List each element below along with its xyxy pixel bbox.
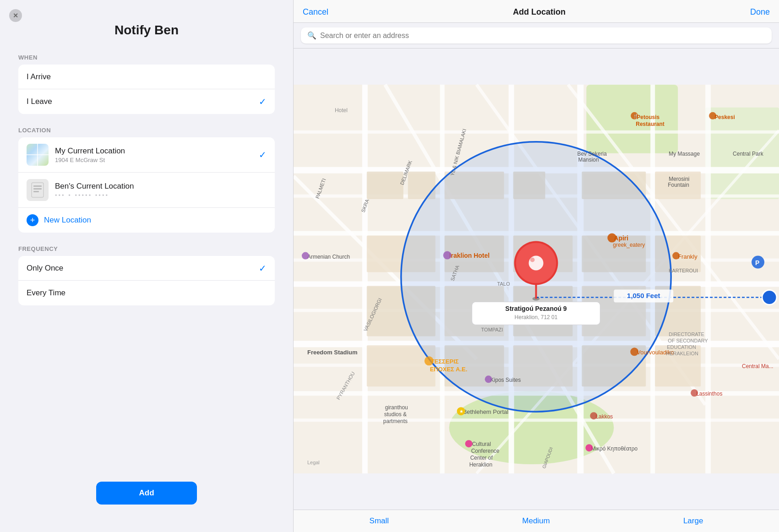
search-input[interactable]	[320, 32, 765, 40]
location-label: LOCATION	[18, 127, 51, 134]
svg-rect-2	[33, 188, 42, 190]
frequency-option-every[interactable]: Every Time	[18, 281, 275, 305]
svg-point-101	[425, 356, 434, 365]
map-header: Cancel Add Location Done	[294, 0, 779, 23]
location-thumb-ben-icon	[27, 179, 49, 201]
svg-text:★: ★	[459, 409, 463, 414]
when-arrive-text: I Arrive	[27, 72, 267, 81]
when-leave-text: I Leave	[27, 97, 259, 106]
when-option-arrive[interactable]: I Arrive	[18, 65, 275, 89]
svg-rect-1	[33, 185, 42, 187]
svg-point-105	[485, 375, 492, 383]
svg-point-128	[585, 444, 593, 451]
svg-text:Μικρό Κηποθέατρο: Μικρό Κηποθέατρο	[591, 445, 637, 452]
svg-text:studios &: studios &	[384, 411, 407, 418]
svg-text:EDUCATION: EDUCATION	[667, 344, 696, 350]
svg-text:TOMPAZI: TOMPAZI	[481, 327, 503, 332]
new-location-plus-icon: +	[27, 214, 38, 226]
new-location-row[interactable]: + New Location	[18, 208, 275, 233]
size-selector: Small Medium Large	[294, 510, 779, 532]
svg-text:Legal: Legal	[307, 460, 320, 465]
svg-text:My Massage: My Massage	[669, 151, 700, 157]
size-small-button[interactable]: Small	[370, 516, 389, 526]
panel-title: Notify Ben	[114, 23, 179, 38]
map-container[interactable]: 1,050 Feet Hotel Petousis Restaurant Pes…	[294, 49, 779, 510]
new-location-text: New Location	[44, 216, 91, 225]
svg-text:Armenian Church: Armenian Church	[307, 254, 350, 260]
svg-text:Cultural: Cultural	[472, 441, 491, 447]
svg-text:1,050 Feet: 1,050 Feet	[627, 292, 660, 299]
cancel-button[interactable]: Cancel	[303, 7, 328, 17]
svg-text:Iraklion Hotel: Iraklion Hotel	[449, 252, 490, 259]
svg-text:Bev Sekeria: Bev Sekeria	[577, 151, 607, 157]
search-icon: 🔍	[307, 31, 316, 40]
when-option-leave[interactable]: I Leave ✓	[18, 89, 275, 114]
svg-text:greek_eatery: greek_eatery	[613, 242, 645, 248]
svg-text:Heraklion, 712 01: Heraklion, 712 01	[515, 314, 558, 320]
location-row-ben[interactable]: Ben's Current Location ••• • ••••• ••••	[18, 173, 275, 208]
svg-rect-19	[294, 130, 779, 134]
svg-point-90	[529, 256, 544, 271]
svg-text:Kipos Suites: Kipos Suites	[490, 377, 521, 383]
svg-text:Mansion: Mansion	[578, 157, 599, 163]
svg-rect-0	[32, 183, 44, 197]
frequency-every-text: Every Time	[27, 288, 267, 298]
location-row-current[interactable]: My Current Location 1904 E McGraw St ✓	[18, 137, 275, 173]
frequency-label: FREQUENCY	[18, 245, 58, 252]
svg-point-55	[762, 290, 777, 304]
svg-point-81	[443, 251, 452, 260]
close-icon: ✕	[13, 12, 18, 19]
map-svg: 1,050 Feet Hotel Petousis Restaurant Pes…	[294, 49, 779, 510]
location-current-checkmark: ✓	[259, 149, 267, 160]
location-info-current: My Current Location 1904 E McGraw St	[55, 147, 259, 163]
svg-rect-24	[294, 418, 779, 422]
svg-point-126	[465, 440, 473, 447]
svg-text:P: P	[755, 259, 759, 266]
svg-text:Peskesi: Peskesi	[714, 114, 735, 120]
svg-text:HERAKLEION: HERAKLEION	[666, 351, 698, 356]
svg-text:Frankly: Frankly	[678, 253, 697, 260]
svg-text:Conference: Conference	[471, 448, 500, 454]
svg-text:🍴: 🍴	[633, 113, 639, 119]
svg-text:Lakkos: Lakkos	[595, 413, 613, 420]
svg-rect-30	[367, 172, 403, 199]
location-name-current: My Current Location	[55, 147, 259, 156]
svg-text:TALO: TALO	[497, 281, 510, 287]
svg-text:Center of: Center of	[470, 455, 493, 461]
location-card: My Current Location 1904 E McGraw St ✓ B…	[18, 137, 275, 233]
when-card: I Arrive I Leave ✓	[18, 65, 275, 114]
svg-rect-13	[362, 85, 368, 473]
svg-text:Central Ma...: Central Ma...	[742, 363, 774, 369]
search-input-wrap: 🔍	[301, 27, 772, 43]
location-name-ben: Ben's Current Location	[55, 182, 267, 191]
svg-rect-3	[33, 191, 39, 192]
svg-rect-6	[586, 85, 678, 153]
map-title: Add Location	[513, 7, 566, 17]
location-address-ben: ••• • ••••• ••••	[55, 192, 267, 199]
size-medium-button[interactable]: Medium	[522, 516, 550, 526]
add-button[interactable]: Add	[96, 482, 197, 505]
svg-text:Hotel: Hotel	[335, 107, 348, 114]
svg-point-62	[709, 112, 716, 119]
svg-text:Restaurant: Restaurant	[636, 121, 665, 127]
location-info-ben: Ben's Current Location ••• • ••••• ••••	[55, 182, 267, 199]
location-address-current: 1904 E McGraw St	[55, 157, 259, 163]
svg-text:Merosini: Merosini	[669, 176, 689, 182]
frequency-card: Only Once ✓ Every Time	[18, 256, 275, 305]
svg-text:partments: partments	[383, 418, 408, 424]
svg-text:Heraklion: Heraklion	[469, 461, 493, 468]
svg-rect-18	[705, 85, 711, 473]
size-large-button[interactable]: Large	[683, 516, 703, 526]
svg-point-103	[630, 347, 638, 356]
frequency-option-once[interactable]: Only Once ✓	[18, 256, 275, 281]
svg-text:KARTEROUI: KARTEROUI	[669, 268, 698, 273]
svg-text:Fountain: Fountain	[668, 182, 689, 188]
svg-point-74	[302, 252, 309, 260]
done-button[interactable]: Done	[750, 7, 770, 17]
when-leave-checkmark: ✓	[259, 96, 267, 107]
close-button[interactable]: ✕	[9, 9, 22, 22]
search-bar: 🔍	[294, 23, 779, 49]
svg-point-91	[530, 258, 535, 262]
svg-text:Bethlehem Portal: Bethlehem Portal	[463, 408, 509, 415]
frequency-once-checkmark: ✓	[259, 263, 267, 274]
